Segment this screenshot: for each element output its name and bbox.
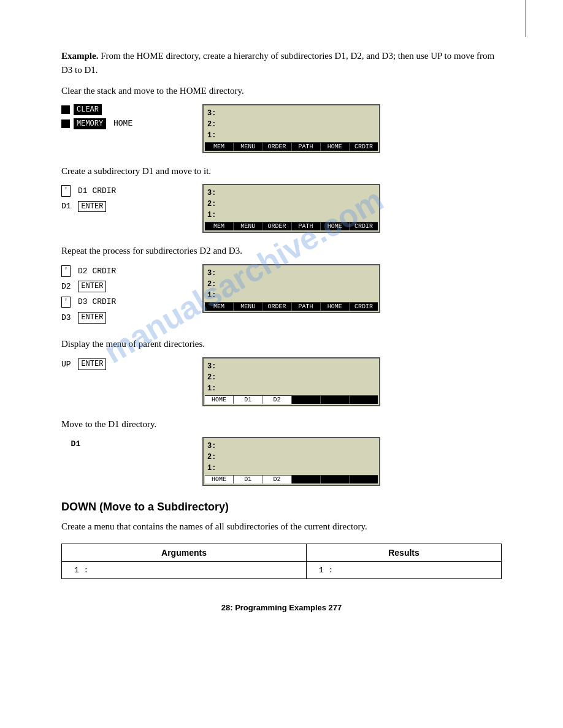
table-header-results: Results	[307, 544, 502, 561]
menu-mem: MEM	[205, 143, 234, 151]
apostrophe-key1: '	[61, 185, 71, 197]
down-section-heading: DOWN (Move to a Subdirectory)	[61, 501, 502, 514]
cmd-clear: CLEAR	[61, 104, 184, 116]
intro-text: From the HOME directory, create a hierar…	[61, 51, 494, 75]
cmd-memory: MEMORY HOME	[61, 116, 184, 131]
section5-block: D1 3: 2: 1: HOME D1 D2	[61, 437, 502, 486]
menu4-d1: D1	[234, 396, 262, 404]
menu3-crdir: CRDIR	[350, 303, 378, 311]
section2-description: Create a subdirectory D1 and move to it.	[61, 164, 502, 178]
enter-key1[interactable]: ENTER	[78, 201, 106, 213]
lcd1-stack: 3: 2: 1:	[205, 107, 378, 142]
page-footer: 28: Programming Examples 277	[0, 603, 563, 612]
lcd2-stack: 3: 2: 1:	[205, 186, 378, 222]
cmd-d3-crdir: ' D3 CRDIR	[61, 295, 184, 309]
down-section-divider: DOWN (Move to a Subdirectory) Create a m…	[61, 501, 502, 579]
lcd2: 3: 2: 1: MEM MENU ORDER PATH HOME CRDIR	[202, 184, 380, 233]
d1-text: D1	[61, 199, 75, 213]
menu2-order: ORDER	[262, 222, 291, 230]
section4-block: UP ENTER 3: 2: 1: HOME D1 D2	[61, 357, 502, 406]
home-text: HOME	[109, 116, 132, 131]
enter-key3[interactable]: ENTER	[78, 312, 106, 324]
table-header-arguments: Arguments	[62, 544, 307, 561]
cmd-d2-crdir: ' D2 CRDIR	[61, 264, 184, 278]
menu2-crdir: CRDIR	[350, 222, 378, 230]
black-square-icon	[61, 105, 70, 114]
d2-crdir-text: D2 CRDIR	[73, 264, 116, 278]
enter-key2[interactable]: ENTER	[78, 281, 106, 292]
section5-commands: D1	[61, 437, 184, 452]
black-square-icon2	[61, 119, 70, 128]
section2-commands: ' D1 CRDIR D1 ENTER	[61, 184, 184, 215]
table-cell-result: 1 :	[307, 561, 502, 578]
table-cell-arg: 1 :	[62, 561, 307, 578]
footer-text: 28: Programming Examples 277	[221, 603, 342, 612]
lcd4: 3: 2: 1: HOME D1 D2	[202, 357, 380, 406]
d2-text: D2	[61, 279, 75, 294]
section4-description: Display the menu of parent directories.	[61, 337, 502, 351]
d1-crdir-text: D1 CRDIR	[73, 184, 116, 198]
arguments-table: Arguments Results 1 : 1 :	[61, 544, 502, 579]
menu5-empty1	[292, 476, 321, 483]
menu2-path: PATH	[292, 222, 321, 230]
lcd4-stack: 3: 2: 1:	[205, 360, 378, 395]
lcd3-stack: 3: 2: 1:	[205, 267, 378, 302]
vertical-line	[526, 0, 526, 37]
cmd-up-enter: UP ENTER	[61, 357, 184, 371]
menu3-menu: MENU	[234, 303, 262, 311]
up-text: UP	[61, 357, 75, 371]
menu-order: ORDER	[262, 143, 291, 151]
cmd-d1-crdir: ' D1 CRDIR	[61, 184, 184, 198]
menu-path: PATH	[292, 143, 321, 151]
apostrophe-key2: '	[61, 265, 71, 277]
menu3-home: HOME	[321, 303, 350, 311]
menu-menu: MENU	[234, 143, 262, 151]
menu5-empty3	[350, 476, 378, 483]
table-row: 1 : 1 :	[62, 561, 502, 578]
menu-home: HOME	[321, 143, 350, 151]
enter-key4[interactable]: ENTER	[78, 358, 106, 370]
example-label: Example.	[61, 51, 98, 61]
lcd4-menubar: HOME D1 D2	[205, 395, 378, 404]
section1-description: Clear the stack and move to the HOME dir…	[61, 84, 502, 98]
cmd-d1-move: D1	[61, 437, 184, 451]
section3-commands: ' D2 CRDIR D2 ENTER ' D3 CRDIR D3 ENTER	[61, 264, 184, 327]
section2-block: ' D1 CRDIR D1 ENTER 3: 2: 1: MEM MENU OR…	[61, 184, 502, 233]
menu5-d1: D1	[234, 476, 262, 483]
lcd1: 3: 2: 1: MEM MENU ORDER PATH HOME CRDIR	[202, 104, 380, 153]
menu2-menu: MENU	[234, 222, 262, 230]
menu5-empty2	[321, 476, 350, 483]
page: Example. From the HOME directory, create…	[0, 0, 563, 637]
cmd-d3-enter: D3 ENTER	[61, 311, 184, 325]
section4-commands: UP ENTER	[61, 357, 184, 373]
menu3-mem: MEM	[205, 303, 234, 311]
menu4-empty2	[321, 396, 350, 404]
intro-paragraph: Example. From the HOME directory, create…	[61, 49, 502, 77]
lcd1-menubar: MEM MENU ORDER PATH HOME CRDIR	[205, 142, 378, 151]
section3-block: ' D2 CRDIR D2 ENTER ' D3 CRDIR D3 ENTER …	[61, 264, 502, 327]
cmd-d1-enter: D1 ENTER	[61, 199, 184, 213]
lcd5-menubar: HOME D1 D2	[205, 475, 378, 483]
menu5-d2: D2	[262, 476, 291, 483]
lcd2-menubar: MEM MENU ORDER PATH HOME CRDIR	[205, 222, 378, 230]
menu-crdir: CRDIR	[350, 143, 378, 151]
lcd5: 3: 2: 1: HOME D1 D2	[202, 437, 380, 486]
menu4-home: HOME	[205, 396, 234, 404]
menu2-home: HOME	[321, 222, 350, 230]
menu2-mem: MEM	[205, 222, 234, 230]
memory-key[interactable]: MEMORY	[74, 118, 106, 130]
menu4-empty1	[292, 396, 321, 404]
menu4-d2: D2	[262, 396, 291, 404]
section3-description: Repeat the process for subdirectories D2…	[61, 244, 502, 258]
clear-key[interactable]: CLEAR	[74, 104, 102, 116]
lcd5-stack: 3: 2: 1:	[205, 439, 378, 475]
menu4-empty3	[350, 396, 378, 404]
d3-crdir-text: D3 CRDIR	[73, 295, 116, 309]
menu3-path: PATH	[292, 303, 321, 311]
lcd3-menubar: MEM MENU ORDER PATH HOME CRDIR	[205, 302, 378, 311]
d1-move-text: D1	[61, 437, 80, 451]
down-section-description: Create a menu that contains the names of…	[61, 520, 502, 534]
cmd-d2-enter: D2 ENTER	[61, 279, 184, 294]
apostrophe-key3: '	[61, 297, 71, 308]
lcd3: 3: 2: 1: MEM MENU ORDER PATH HOME CRDIR	[202, 264, 380, 313]
